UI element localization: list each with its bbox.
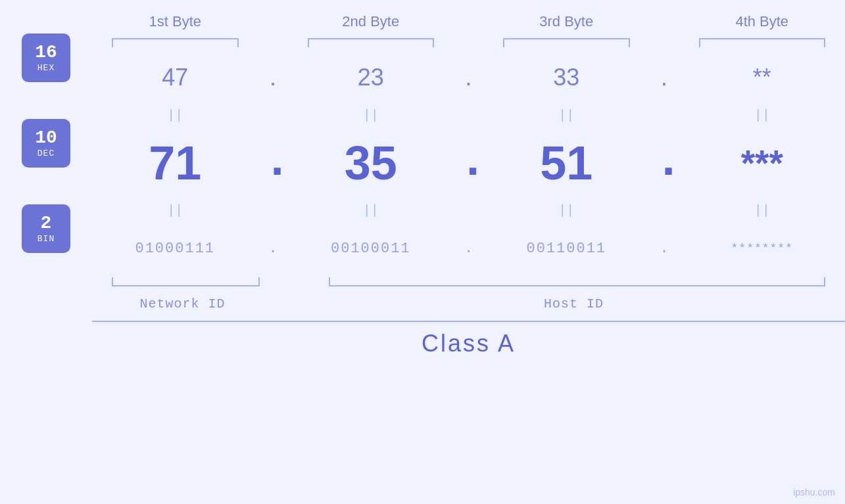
dec-badge-space: 10 DEC [0, 119, 92, 207]
hex-b2: 23 [288, 64, 454, 91]
equals-row-2: || || || || [0, 199, 845, 222]
dec-b1: 71 [92, 136, 258, 190]
eq1-b4: || [679, 108, 846, 123]
bin-b2: 00100011 [288, 241, 454, 257]
network-id-label: Network ID [92, 296, 273, 311]
eq2-b3: || [483, 203, 650, 218]
bin-sep3: . [650, 241, 679, 257]
labels-cells: Network ID Host ID [92, 296, 845, 311]
hex-values-row: 47 . 23 . 33 . ** [92, 64, 845, 91]
dec-sep1: . [258, 144, 288, 182]
dec-values-row: 71 . 35 . 51 . *** [92, 136, 845, 190]
eq1-b1: || [92, 108, 258, 123]
bracket-bottom-sep2 [475, 277, 504, 286]
hex-sep2: . [454, 64, 483, 91]
watermark: ipshu.com [793, 487, 835, 497]
bin-b3: 00110011 [483, 241, 650, 257]
bracket-top-b3 [503, 38, 630, 47]
header-byte2: 2nd Byte [288, 13, 454, 30]
bin-sep2: . [454, 241, 483, 257]
bracket-top-sep1 [258, 38, 288, 47]
bracket-bottom-b2-left [329, 277, 475, 286]
dec-b4: *** [679, 142, 846, 184]
host-id-label: Host ID [302, 296, 845, 311]
byte-headers-row: 1st Byte 2nd Byte 3rd Byte 4th Byte [92, 13, 845, 30]
header-byte4: 4th Byte [679, 13, 846, 30]
eq2-b1: || [92, 203, 258, 218]
class-label: Class A [422, 330, 516, 357]
hex-sep3: . [650, 64, 679, 91]
dec-badge: 10 DEC [22, 119, 70, 168]
hex-row: 16 HEX 47 . 23 . 33 . ** [0, 51, 845, 104]
main-container: 1st Byte 2nd Byte 3rd Byte 4th Byte [0, 0, 845, 504]
dec-row: 10 DEC 71 . 35 . 51 . *** [0, 127, 845, 199]
eq2-cells: || || || || [92, 203, 845, 218]
class-label-container: Class A [92, 321, 845, 357]
bracket-bottom-b4 [679, 277, 826, 286]
bottom-bracket-container [92, 277, 845, 290]
header-byte3: 3rd Byte [483, 13, 650, 30]
bin-sep1: . [258, 241, 288, 257]
bin-b1: 01000111 [92, 241, 258, 257]
dec-b2: 35 [288, 136, 454, 190]
bottom-bracket-row [0, 277, 845, 290]
bracket-bottom-b3 [504, 277, 650, 286]
eq1-b2: || [288, 108, 454, 123]
bin-badge: 2 BIN [22, 204, 70, 253]
dec-b3: 51 [483, 136, 650, 190]
bracket-top-b4 [699, 38, 826, 47]
labels-row: Network ID Host ID [0, 292, 845, 315]
bracket-top-b1 [112, 38, 239, 47]
dec-sep3: . [650, 144, 679, 182]
bin-row: 2 BIN 01000111 . 00100011 . 00110011 . [0, 222, 845, 275]
dec-sep2: . [454, 144, 483, 182]
eq1-b3: || [483, 108, 650, 123]
bracket-top-sep3 [650, 38, 679, 47]
bracket-bottom-b1 [112, 277, 260, 286]
eq2-b4: || [679, 203, 846, 218]
bin-b4: ******** [679, 242, 846, 255]
equals-row-1: || || || || [0, 104, 845, 127]
top-bracket-container [92, 35, 845, 49]
bracket-bottom-sep3 [650, 277, 679, 286]
hex-badge: 16 HEX [22, 34, 70, 82]
class-row: Class A [0, 321, 845, 357]
eq1-cells: || || || || [92, 108, 845, 123]
hex-b4: ** [679, 64, 846, 91]
bracket-bottom-sep1 [279, 277, 309, 286]
hex-b1: 47 [92, 64, 258, 91]
bracket-top-b2 [308, 38, 435, 47]
hex-b3: 33 [483, 64, 650, 91]
eq2-b2: || [288, 203, 454, 218]
hex-sep1: . [258, 64, 288, 91]
bin-values-row: 01000111 . 00100011 . 00110011 . *******… [92, 241, 845, 257]
bracket-top-sep2 [454, 38, 483, 47]
header-byte1: 1st Byte [92, 13, 258, 30]
